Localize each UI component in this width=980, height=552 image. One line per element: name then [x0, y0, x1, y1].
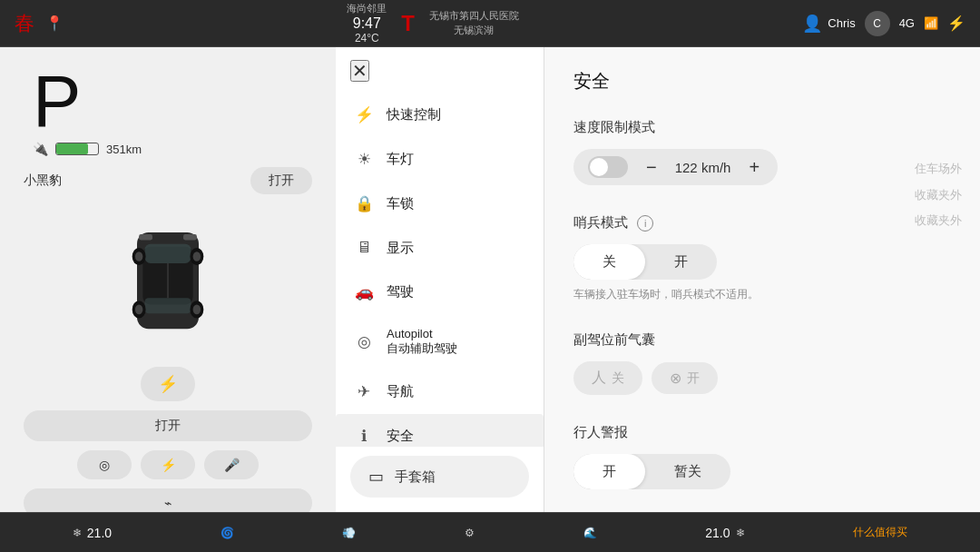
pedestrian-alert-label: 行人警报 — [573, 424, 951, 441]
taskbar-fan[interactable]: 🌀 — [220, 527, 234, 539]
navigate-label: 导航 — [387, 383, 414, 400]
battery-bar-inner — [56, 143, 88, 154]
temperature-display: 24°C — [355, 32, 379, 44]
car-open-button[interactable]: 打开 — [250, 167, 312, 194]
speed-plus-button[interactable]: + — [745, 158, 763, 176]
right-label-2: 收藏夹外 — [915, 182, 962, 209]
menu-item-navigate[interactable]: ✈ 导航 — [336, 370, 544, 414]
speed-limit-toggle[interactable] — [588, 156, 628, 178]
navigate-icon: ✈ — [354, 382, 374, 401]
sentry-mode-group: 哨兵模式 i 关 开 车辆接入驻车场时，哨兵模式不适用。 — [573, 214, 951, 302]
glove-box-button[interactable]: ▭ 手套箱 — [350, 456, 529, 498]
quick-control-label: 快速控制 — [387, 106, 441, 123]
taskbar: ❄ 21.0 🌀 💨 ⚙ 🌊 21.0 ❄ 什么值得买 — [0, 512, 980, 552]
airbag-off-label: 关 — [612, 370, 624, 387]
mic-button[interactable]: 🎤 — [204, 450, 259, 479]
airbag-on-button[interactable]: ⊗ 开 — [652, 362, 718, 394]
safety-icon: ℹ — [354, 427, 374, 446]
pedestrian-off-button[interactable]: 暂关 — [645, 454, 730, 489]
menu-item-autopilot[interactable]: ◎ Autopilot 自动辅助驾驶 — [336, 314, 544, 370]
display-label: 显示 — [387, 240, 414, 257]
battery-plug-icon: 🔌 — [33, 142, 48, 156]
wave-icon: 🌊 — [583, 527, 597, 539]
temp-value-left: 21.0 — [87, 526, 112, 540]
airbag-on-label: 开 — [687, 370, 700, 387]
taskbar-temp-right: 21.0 ❄ — [705, 526, 744, 540]
autopilot-icon: ◎ — [354, 332, 374, 351]
sentry-note: 车辆接入驻车场时，哨兵模式不适用。 — [573, 287, 951, 302]
section-title: 安全 — [573, 69, 951, 94]
user-info: 👤 Chris — [802, 14, 855, 34]
menu-close-button[interactable]: ✕ — [350, 60, 369, 82]
menu-item-quick-control[interactable]: ⚡ 快速控制 — [336, 93, 544, 137]
battery-bar-outer — [55, 143, 99, 155]
svg-rect-14 — [183, 234, 197, 240]
speed-limit-label: 速度限制模式 — [573, 119, 951, 136]
lightning-button[interactable]: ⚡ — [141, 450, 195, 479]
glove-box-label: 手套箱 — [395, 468, 436, 486]
status-left: 春 📍 — [15, 10, 64, 37]
park-label: P — [33, 65, 81, 138]
safety-label: 安全 — [387, 428, 414, 445]
charge-button[interactable]: ⚡ — [141, 367, 195, 401]
svg-point-11 — [193, 305, 201, 315]
main-area: P 🔌 351km 小黑豹 打开 — [0, 47, 980, 512]
brand-label: 什么值得买 — [853, 525, 907, 540]
airbag-off-button[interactable]: 人 关 — [573, 361, 642, 395]
airbag-group: 副驾位前气囊 人 关 ⊗ 开 — [573, 331, 951, 395]
camera-icon: ◎ — [99, 458, 110, 472]
svg-point-10 — [135, 305, 143, 315]
bluetooth-icon: ⚡ — [947, 15, 965, 32]
speed-value-display: 122 km/h — [675, 160, 731, 175]
menu-item-drive[interactable]: 🚗 驾驶 — [336, 270, 544, 314]
control-row-1: ⚡ — [24, 367, 312, 401]
svg-rect-13 — [139, 234, 152, 240]
right-label-3: 收藏夹外 — [915, 208, 962, 234]
menu-item-lock[interactable]: 🔒 车锁 — [336, 182, 544, 226]
menu-items-list: ⚡ 快速控制 ☀ 车灯 🔒 车锁 🖥 显示 🚗 驾驶 ◎ Autopilot — [336, 93, 544, 447]
airbag-off-icon: 人 — [592, 369, 606, 388]
temp-value-right: 21.0 — [705, 526, 730, 540]
taskbar-wave[interactable]: 🌊 — [583, 527, 597, 539]
speed-toggle-knob — [590, 158, 608, 176]
status-right: 👤 Chris C 4G 📶 ⚡ — [802, 11, 965, 36]
airbag-control: 人 关 ⊗ 开 — [573, 361, 951, 395]
taskbar-brand: 什么值得买 — [853, 525, 907, 540]
right-side-labels: 住车场外 收藏夹外 收藏夹外 — [915, 156, 962, 234]
sentry-toggle-group: 关 开 — [573, 244, 717, 280]
camera-button[interactable]: ◎ — [77, 450, 132, 479]
quick-control-icon: ⚡ — [354, 105, 374, 124]
battery-info: 🔌 351km — [33, 142, 142, 156]
taskbar-temp-left: ❄ 21.0 — [73, 526, 112, 540]
open-button-2[interactable]: 打开 — [24, 410, 312, 441]
svg-rect-3 — [145, 298, 191, 313]
clock-display: 9:47 — [353, 15, 381, 32]
autopilot-label: Autopilot 自动辅助驾驶 — [387, 327, 457, 357]
lights-icon: ☀ — [354, 150, 374, 169]
sentry-on-button[interactable]: 开 — [645, 244, 717, 280]
content-panel: 安全 速度限制模式 − 122 km/h + 哨兵模式 i 关 开 — [544, 47, 980, 512]
lights-label: 车灯 — [387, 151, 414, 168]
user-avatar: C — [865, 11, 890, 36]
taskbar-settings[interactable]: ⚙ — [465, 527, 475, 539]
pedestrian-on-button[interactable]: 开 — [573, 454, 645, 489]
menu-item-display[interactable]: 🖥 显示 — [336, 226, 544, 270]
svg-point-8 — [135, 251, 143, 261]
bolt-icon: ⚡ — [161, 458, 176, 472]
menu-panel: ✕ ⚡ 快速控制 ☀ 车灯 🔒 车锁 🖥 显示 🚗 驾驶 — [336, 47, 544, 512]
settings-icon: ⚙ — [465, 527, 475, 539]
tesla-red-icon: 春 — [15, 10, 34, 37]
car-svg — [113, 203, 222, 358]
sentry-off-button[interactable]: 关 — [573, 244, 645, 280]
speed-minus-button[interactable]: − — [642, 158, 661, 176]
display-icon: 🖥 — [354, 239, 374, 257]
sentry-info-icon[interactable]: i — [637, 215, 653, 232]
taskbar-airflow[interactable]: 💨 — [342, 527, 356, 539]
bottom-controls: ⚡ 打开 ◎ ⚡ 🎤 ⌁ — [15, 367, 321, 518]
airbag-label: 副驾位前气囊 — [573, 331, 951, 349]
pedestrian-toggle-group: 开 暂关 — [573, 454, 730, 489]
menu-item-safety[interactable]: ℹ 安全 — [336, 414, 544, 447]
car-name-label: 小黑豹 — [24, 172, 62, 189]
car-name-row: 小黑豹 打开 — [15, 167, 321, 194]
menu-item-lights[interactable]: ☀ 车灯 — [336, 137, 544, 182]
